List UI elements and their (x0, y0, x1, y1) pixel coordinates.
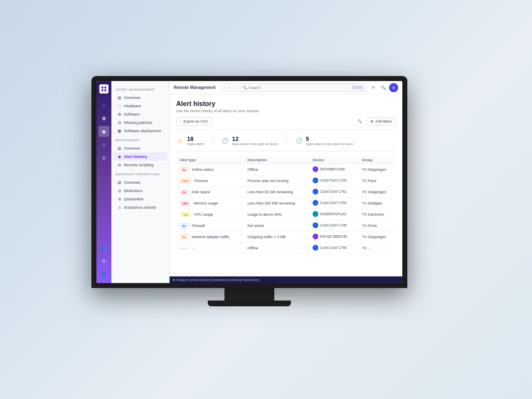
sidebar-icon-monitor[interactable]: ◉ (99, 126, 109, 137)
nav-label-quarantine: Quarantine (124, 197, 143, 201)
nav-item-alert-history[interactable]: ◈ Alert history (113, 153, 167, 160)
cell-alert-type: 18d Memory usage (176, 198, 244, 209)
svg-rect-3 (104, 89, 106, 91)
sidebar-icon-users[interactable]: 👥 (99, 242, 109, 253)
cell-group: TV Paris (359, 175, 396, 187)
nav-icon-suspicious: ⚠ (117, 205, 122, 209)
device-chip: CLW-CS47-LT55 (313, 245, 347, 251)
cell-group: TV Karlsruhe (359, 209, 396, 220)
sidebar-icon-user[interactable]: 👤 (99, 269, 109, 280)
nav-label-software: Software (124, 112, 140, 116)
search-shortcut: Ctrl+S (352, 85, 364, 90)
device-dot (313, 200, 318, 206)
nav-item-remote-scripting[interactable]: ≫ Remote scripting (113, 161, 167, 169)
filter-label: Add filters (375, 119, 392, 123)
cell-device: CLW-CS47-LT55 (309, 243, 359, 254)
sidebar-icon-diamond[interactable]: ◇ (99, 139, 109, 150)
forward-button[interactable]: › (230, 84, 237, 91)
nav-icon-overview: ▤ (117, 95, 122, 100)
nav-item-suspicious-activity[interactable]: ⚠ Suspicious activity (113, 203, 167, 211)
nav-item-missing-patches[interactable]: ⊟ Missing patches (113, 118, 167, 126)
sidebar-icon-devices[interactable]: ▣ (99, 113, 109, 123)
search-input[interactable] (249, 86, 350, 90)
table-row[interactable]: 11m Process Process was not running CLW-… (176, 175, 396, 187)
table-row[interactable]: 1x Online status Offline DEVNB8TC045 TV … (176, 164, 396, 175)
cell-description: Offline (244, 164, 309, 175)
cell-alert-type: 11m Process (176, 175, 244, 187)
device-chip: HCBDRVGP123 (313, 211, 346, 217)
cell-description: Offline (244, 243, 309, 254)
device-dot (313, 211, 318, 217)
filter-icon: ⊕ (370, 119, 374, 123)
cell-group: TV Göppingen (359, 187, 396, 198)
stat-icon-clock2: 🕐 (295, 136, 303, 145)
alert-type-label: Process (195, 179, 208, 183)
nav-item-software-deployment[interactable]: ▦ Software deployment (113, 127, 167, 135)
nav-item-hardware[interactable]: ⬚ Hardware (113, 102, 167, 110)
device-dot (313, 189, 318, 195)
cell-alert-type: 2x Firewall (176, 220, 244, 232)
nav-icon-patches: ⊟ (117, 120, 122, 125)
svg-rect-1 (104, 86, 106, 89)
table-row[interactable]: 18d Memory usage Less than 500 MB remain… (176, 198, 396, 209)
nav-item-detections[interactable]: ◎ Detections (113, 187, 167, 195)
nav-icon-deployment: ▦ (117, 128, 122, 133)
sidebar-icon-settings[interactable]: ⚙ (99, 153, 109, 163)
top-bar-actions: ⟳ 🔍 A (369, 83, 398, 92)
nav-item-quarantine[interactable]: ⊘ Quarantine (113, 195, 167, 203)
device-dot (313, 234, 318, 239)
refresh-icon[interactable]: ⟳ (369, 84, 377, 92)
nav-icon-scripting: ≫ (117, 163, 122, 167)
export-icon: ↓ (180, 119, 182, 123)
stat-divider-1 (212, 134, 213, 147)
col-device: Device (309, 156, 359, 164)
alert-type-label: Network adapter traffic (192, 235, 229, 239)
device-chip: CLW-CS47-LT32 (313, 177, 347, 183)
nav-item-software[interactable]: ⊞ Software (113, 110, 167, 118)
alert-table-body: 1x Online status Offline DEVNB8TC045 TV … (176, 164, 396, 254)
cell-group: TV ... (359, 243, 396, 254)
app-logo[interactable] (99, 84, 108, 94)
add-filters-button[interactable]: ⊕ Add filters (367, 117, 396, 126)
cell-device: DEVNB8TC045 (309, 164, 359, 175)
alert-badge: 18d (180, 201, 190, 206)
alert-badge: 71w (180, 212, 191, 217)
nav-item-overview-asset[interactable]: ▤ Overview (113, 94, 167, 101)
nav-item-overview-monitoring[interactable]: ▤ Overview (113, 144, 167, 152)
table-row[interactable]: 2x Disk space Less than 90 GB remaining … (176, 187, 396, 198)
nav-item-overview-endpoint[interactable]: ▤ Overview (113, 178, 167, 186)
cell-group: TV Porto (359, 220, 396, 232)
table-row[interactable]: 71w CPU usage Usage is above 90% HCBDRVG… (176, 209, 396, 220)
sidebar-icon-home[interactable]: ⌂ (99, 99, 109, 110)
cell-device: CLW-CS47-LT51 (309, 187, 359, 198)
table-header: Alert type Description Device Group (176, 156, 396, 164)
table-row[interactable]: ... Offline CLW-CS47-LT55 TV ... (176, 243, 396, 254)
cell-description: Not active (244, 220, 309, 232)
stat-number-new: 12 (232, 135, 278, 142)
page-subtitle: See the recent history of all alerts on … (176, 109, 396, 113)
cell-device: CLW-CS47-LT93 (309, 198, 359, 209)
user-avatar[interactable]: A (389, 83, 398, 92)
status-text: Ready to connect (Secure Connection prov… (177, 278, 259, 281)
nav-label-detections: Detections (124, 188, 143, 193)
nav-label-remote-scripting: Remote scripting (124, 163, 153, 167)
nav-sidebar: ASSET MANAGEMENT ▤ Overview ⬚ Hardware ⊞… (111, 81, 170, 283)
search-filter-icon[interactable]: 🔍 (356, 117, 364, 126)
header-row: Alert type Description Device Group (176, 156, 396, 164)
table-row[interactable]: 2x Firewall Not active CLW-CS47-LT05 TV … (176, 220, 396, 232)
app-container: ⌂ ▣ ◉ ◇ ⚙ 👥 ⚙ 👤 ASSET MANAGEMENT ▤ Overv… (96, 81, 402, 283)
monitor-stand (224, 288, 274, 300)
stat-info-recent: 5 Open alerts in the past 14 hours (306, 135, 353, 146)
cell-alert-type: ... (176, 243, 244, 254)
cell-group: TV Stuttgart (359, 198, 396, 209)
export-csv-button[interactable]: ↓ Export as CSV (176, 117, 212, 126)
back-button[interactable]: ‹ (222, 84, 229, 91)
cell-device: CLW-CS47-LT32 (309, 175, 359, 187)
device-name: CLW-CS47-LT05 (320, 223, 347, 227)
section-monitoring: MONITORING (111, 135, 169, 144)
search-topbar-icon[interactable]: 🔍 (379, 84, 387, 92)
nav-arrows: ‹ › (222, 84, 237, 91)
table-row[interactable]: 2x Network adapter traffic Outgoing traf… (176, 232, 396, 243)
toolbar-right: 🔍 ⊕ Add filters (356, 117, 396, 126)
sidebar-icon-gear[interactable]: ⚙ (99, 256, 109, 266)
